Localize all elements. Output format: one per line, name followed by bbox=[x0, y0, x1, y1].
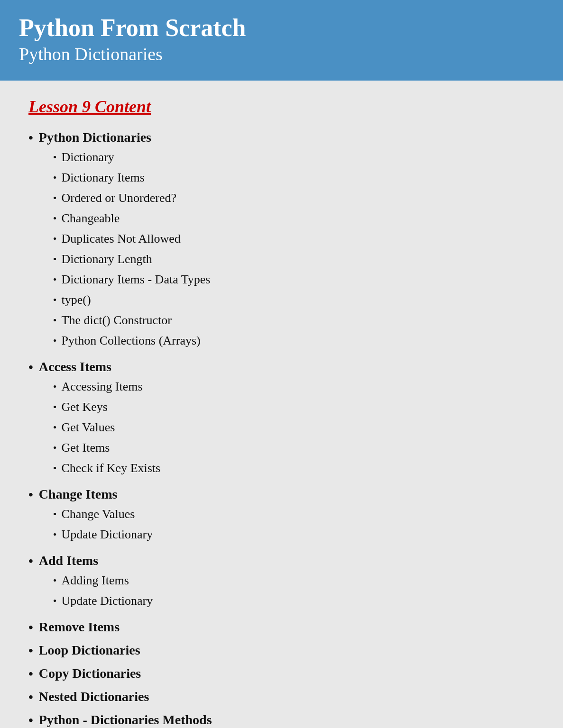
sub-item-label-python-dictionaries-6: Dictionary Items - Data Types bbox=[62, 270, 211, 289]
sub-item-python-dictionaries-1: Dictionary Items bbox=[53, 168, 211, 187]
main-item-label-python-dictionaries: Python Dictionaries bbox=[39, 130, 211, 145]
sub-item-python-dictionaries-8: The dict() Constructor bbox=[53, 311, 211, 329]
main-item-python-dictionaries: Python DictionariesDictionaryDictionary … bbox=[28, 130, 535, 352]
sub-item-label-access-items-3: Get Items bbox=[62, 438, 110, 457]
sub-item-access-items-2: Get Values bbox=[53, 418, 160, 437]
sub-item-add-items-0: Adding Items bbox=[53, 571, 153, 590]
sub-item-python-dictionaries-4: Duplicates Not Allowed bbox=[53, 229, 211, 248]
main-item-remove-items: Remove Items bbox=[28, 619, 535, 635]
sub-list-access-items: Accessing ItemsGet KeysGet ValuesGet Ite… bbox=[53, 377, 160, 479]
sub-item-label-add-items-1: Update Dictionary bbox=[62, 592, 153, 610]
sub-item-label-python-dictionaries-0: Dictionary bbox=[62, 148, 114, 166]
main-item-label-nested-dictionaries: Nested Dictionaries bbox=[39, 689, 149, 704]
main-item-label-loop-dictionaries: Loop Dictionaries bbox=[39, 643, 140, 658]
sub-item-label-change-items-1: Update Dictionary bbox=[62, 525, 153, 544]
sub-item-change-items-0: Change Values bbox=[53, 505, 153, 523]
sub-item-python-dictionaries-6: Dictionary Items - Data Types bbox=[53, 270, 211, 289]
main-item-add-items: Add ItemsAdding ItemsUpdate Dictionary bbox=[28, 553, 535, 612]
main-item-label-change-items: Change Items bbox=[39, 487, 153, 502]
main-item-copy-dictionaries: Copy Dictionaries bbox=[28, 666, 535, 682]
main-item-access-items: Access ItemsAccessing ItemsGet KeysGet V… bbox=[28, 359, 535, 479]
sub-item-label-change-items-0: Change Values bbox=[62, 505, 135, 523]
main-item-label-remove-items: Remove Items bbox=[39, 619, 120, 635]
sub-item-label-python-dictionaries-2: Ordered or Unordered? bbox=[62, 189, 177, 207]
sub-item-python-dictionaries-7: type() bbox=[53, 291, 211, 309]
main-item-label-dictionaries-methods: Python - Dictionaries Methods bbox=[39, 712, 212, 728]
sub-list-change-items: Change ValuesUpdate Dictionary bbox=[53, 505, 153, 546]
sub-item-access-items-3: Get Items bbox=[53, 438, 160, 457]
main-item-loop-dictionaries: Loop Dictionaries bbox=[28, 643, 535, 658]
sub-item-label-python-dictionaries-4: Duplicates Not Allowed bbox=[62, 229, 181, 248]
sub-item-label-python-dictionaries-3: Changeable bbox=[62, 209, 120, 228]
page-header: Python From Scratch Python Dictionaries bbox=[0, 0, 563, 81]
main-item-nested-dictionaries: Nested Dictionaries bbox=[28, 689, 535, 705]
header-title: Python From Scratch bbox=[19, 13, 544, 43]
sub-item-python-dictionaries-9: Python Collections (Arrays) bbox=[53, 331, 211, 350]
main-content: Lesson 9 Content Python DictionariesDict… bbox=[0, 92, 563, 728]
sub-list-add-items: Adding ItemsUpdate Dictionary bbox=[53, 571, 153, 612]
sub-list-python-dictionaries: DictionaryDictionary ItemsOrdered or Uno… bbox=[53, 148, 211, 352]
sub-item-label-python-dictionaries-5: Dictionary Length bbox=[62, 250, 152, 268]
sub-item-label-access-items-1: Get Keys bbox=[62, 398, 108, 416]
sub-item-add-items-1: Update Dictionary bbox=[53, 592, 153, 610]
sub-item-label-access-items-2: Get Values bbox=[62, 418, 115, 437]
main-item-label-access-items: Access Items bbox=[39, 359, 160, 374]
main-item-label-copy-dictionaries: Copy Dictionaries bbox=[39, 666, 141, 681]
main-item-dictionaries-methods: Python - Dictionaries Methods bbox=[28, 712, 535, 728]
sub-item-label-python-dictionaries-8: The dict() Constructor bbox=[62, 311, 172, 329]
sub-item-python-dictionaries-3: Changeable bbox=[53, 209, 211, 228]
main-item-label-add-items: Add Items bbox=[39, 553, 153, 568]
main-item-change-items: Change ItemsChange ValuesUpdate Dictiona… bbox=[28, 487, 535, 546]
sub-item-access-items-1: Get Keys bbox=[53, 398, 160, 416]
sub-item-access-items-0: Accessing Items bbox=[53, 377, 160, 396]
header-subtitle: Python Dictionaries bbox=[19, 43, 544, 66]
sub-item-label-access-items-4: Check if Key Exists bbox=[62, 459, 161, 477]
sub-item-python-dictionaries-2: Ordered or Unordered? bbox=[53, 189, 211, 207]
sub-item-label-python-dictionaries-7: type() bbox=[62, 291, 91, 309]
sub-item-label-python-dictionaries-9: Python Collections (Arrays) bbox=[62, 331, 201, 350]
main-list: Python DictionariesDictionaryDictionary … bbox=[28, 130, 535, 728]
sub-item-label-access-items-0: Accessing Items bbox=[62, 377, 143, 396]
sub-item-python-dictionaries-5: Dictionary Length bbox=[53, 250, 211, 268]
sub-item-change-items-1: Update Dictionary bbox=[53, 525, 153, 544]
sub-item-label-add-items-0: Adding Items bbox=[62, 571, 129, 590]
sub-item-python-dictionaries-0: Dictionary bbox=[53, 148, 211, 166]
sub-item-access-items-4: Check if Key Exists bbox=[53, 459, 160, 477]
lesson-heading: Lesson 9 Content bbox=[28, 97, 535, 117]
sub-item-label-python-dictionaries-1: Dictionary Items bbox=[62, 168, 145, 187]
